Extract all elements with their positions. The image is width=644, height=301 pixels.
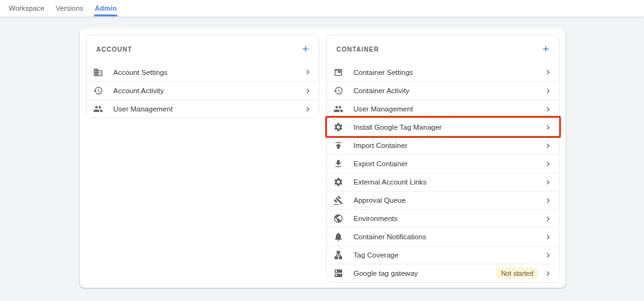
list-item-label: Container Settings — [353, 69, 542, 76]
account-item-list: Account SettingsAccount ActivityUser Man… — [87, 63, 319, 118]
container-panel-header: CONTAINER + — [327, 35, 559, 63]
list-item-container-settings[interactable]: Container Settings — [327, 63, 559, 81]
history-icon — [333, 86, 343, 96]
browser-window-icon — [333, 67, 343, 77]
chevron-right-icon — [543, 269, 553, 278]
account-panel: ACCOUNT + Account SettingsAccount Activi… — [86, 35, 319, 118]
globe-icon — [333, 213, 343, 224]
chevron-right-icon — [543, 232, 553, 242]
list-item-tag-coverage[interactable]: Tag Coverage — [327, 246, 559, 264]
upload-icon — [333, 140, 343, 150]
chevron-right-icon — [543, 196, 553, 205]
container-item-list: Container SettingsContainer ActivityUser… — [327, 63, 559, 282]
tab-versions[interactable]: Versions — [50, 0, 89, 16]
chevron-right-icon — [303, 86, 313, 96]
account-panel-title: ACCOUNT — [96, 46, 132, 53]
list-item-external-account-links[interactable]: External Account Links — [327, 173, 559, 191]
chevron-right-icon — [543, 178, 553, 187]
list-item-export-container[interactable]: Export Container — [327, 154, 559, 173]
list-item-account-settings[interactable]: Account Settings — [87, 63, 319, 81]
top-tab-bar: Workspace Versions Admin — [0, 0, 644, 17]
list-item-label: Account Settings — [113, 69, 302, 76]
chevron-right-icon — [543, 214, 553, 224]
list-item-user-management[interactable]: User Management — [327, 99, 559, 118]
group-icon — [333, 104, 343, 114]
list-item-approval-queue[interactable]: Approval Queue — [327, 191, 559, 209]
list-item-label: External Account Links — [353, 178, 542, 186]
list-item-account-activity[interactable]: Account Activity — [87, 81, 319, 99]
chevron-right-icon — [543, 123, 553, 132]
admin-card: ACCOUNT + Account SettingsAccount Activi… — [80, 28, 565, 288]
add-account-button[interactable]: + — [301, 43, 310, 55]
list-item-label: Container Notifications — [353, 233, 542, 241]
list-item-label: Environments — [353, 215, 542, 222]
list-item-label: Export Container — [353, 160, 542, 168]
gear-icon — [333, 122, 343, 132]
list-item-container-notifications[interactable]: Container Notifications — [327, 227, 559, 246]
list-item-label: User Management — [113, 105, 302, 113]
building-icon — [93, 67, 103, 77]
status-badge: Not started — [496, 268, 538, 279]
chevron-right-icon — [543, 67, 553, 77]
list-item-label: Import Container — [353, 142, 542, 149]
add-container-button[interactable]: + — [541, 43, 550, 55]
container-panel: CONTAINER + Container SettingsContainer … — [326, 35, 560, 283]
list-item-environments[interactable]: Environments — [327, 209, 559, 227]
gear-icon — [333, 177, 343, 187]
chevron-right-icon — [543, 86, 553, 96]
account-panel-header: ACCOUNT + — [87, 35, 319, 63]
list-item-label: Approval Queue — [353, 196, 542, 204]
history-icon — [93, 86, 103, 96]
container-panel-title: CONTAINER — [336, 46, 379, 53]
list-item-label: Container Activity — [353, 87, 542, 94]
tab-admin[interactable]: Admin — [89, 0, 122, 16]
chevron-right-icon — [543, 141, 553, 150]
chevron-right-icon — [543, 159, 553, 169]
list-item-label: User Management — [353, 105, 542, 113]
chevron-right-icon — [543, 105, 553, 114]
chevron-right-icon — [303, 67, 313, 77]
download-icon — [333, 159, 343, 169]
list-item-user-management[interactable]: User Management — [87, 99, 319, 118]
sitemap-icon — [333, 250, 343, 260]
tab-workspace[interactable]: Workspace — [3, 0, 50, 16]
list-item-label: Install Google Tag Manager — [353, 123, 542, 131]
list-item-google-tag-gateway[interactable]: Google tag gatewayNot started — [327, 264, 559, 282]
list-item-install-google-tag-manager[interactable]: Install Google Tag Manager — [327, 118, 559, 136]
chevron-right-icon — [543, 251, 553, 260]
group-icon — [93, 104, 103, 114]
list-item-import-container[interactable]: Import Container — [327, 136, 559, 154]
list-item-label: Account Activity — [113, 87, 302, 94]
list-item-label: Tag Coverage — [353, 251, 542, 259]
server-icon — [333, 268, 343, 278]
bell-icon — [333, 232, 343, 242]
chevron-right-icon — [303, 105, 313, 114]
list-item-label: Google tag gateway — [353, 270, 496, 277]
list-item-container-activity[interactable]: Container Activity — [327, 81, 559, 99]
gavel-icon — [333, 195, 343, 205]
